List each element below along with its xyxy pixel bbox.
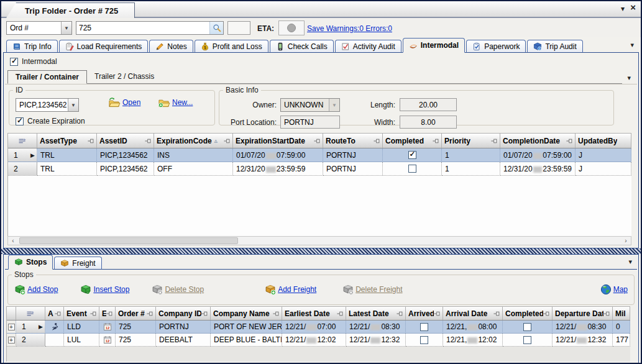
pin-icon[interactable] — [434, 311, 440, 317]
port-location-field[interactable]: PORTNJ — [280, 116, 340, 129]
table-row[interactable]: +2LUL12725DEEBALTDEEP BLUE - BALTI...12/… — [7, 334, 630, 347]
table-row[interactable]: 2TRLPICP,1234562OFF12/31/20 23:59:59PORT… — [8, 162, 631, 176]
insert-stop-button[interactable]: Insert Stop — [80, 284, 129, 295]
tab-check-calls[interactable]: Check Calls — [270, 40, 334, 53]
horizontal-scrollbar[interactable]: ‹ › — [7, 236, 631, 245]
search-button[interactable] — [209, 22, 223, 34]
add-stop-link[interactable]: Add Stop — [27, 285, 58, 294]
new-link[interactable]: New... — [172, 98, 193, 107]
column-header-a[interactable]: A — [45, 307, 64, 321]
pin-icon[interactable] — [314, 138, 320, 144]
arrived-checkbox[interactable] — [420, 336, 428, 344]
pin-icon[interactable] — [106, 311, 112, 317]
pin-icon[interactable] — [88, 138, 94, 144]
add-stop-button[interactable]: Add Stop — [14, 284, 58, 295]
tab-trailer-2-chassis[interactable]: Trailer 2 / Chassis — [87, 70, 162, 84]
add-freight-button[interactable]: Add Freight — [265, 284, 316, 295]
column-header-arrived[interactable]: Arrived — [406, 307, 443, 321]
column-header-order[interactable]: Order # — [116, 307, 156, 321]
pin-icon[interactable] — [147, 311, 153, 317]
expand-row-icon[interactable]: + — [8, 324, 15, 330]
tab-stops[interactable]: Stops — [8, 255, 53, 270]
chevron-down-icon[interactable]: ▼ — [61, 22, 71, 34]
map-button[interactable]: Map — [600, 284, 628, 295]
pin-icon[interactable] — [145, 138, 151, 144]
column-header-latest-date[interactable]: Latest Date — [346, 307, 406, 321]
window-menu-icon[interactable]: ▾ — [621, 4, 625, 13]
pin-icon[interactable] — [201, 311, 208, 317]
column-header-completiondate[interactable]: CompletionDate — [500, 134, 576, 148]
pane-splitter[interactable] — [1, 248, 641, 254]
scroll-left-icon[interactable]: ‹ — [8, 237, 18, 245]
row-selector[interactable]: 2 — [16, 334, 45, 347]
row-selector[interactable]: 1▶ — [8, 148, 37, 162]
column-header-mil[interactable]: Mil — [613, 307, 630, 321]
row-selector[interactable]: 1▶ — [16, 321, 45, 334]
column-header-priority[interactable]: Priority — [442, 134, 500, 148]
completed-checkbox[interactable] — [408, 165, 416, 173]
tab-trip-audit[interactable]: iTrip Audit — [527, 40, 582, 53]
order-type-select[interactable]: Ord # ▼ — [6, 21, 72, 35]
pin-icon[interactable] — [337, 311, 343, 317]
column-header-assetid[interactable]: AssetID — [97, 134, 154, 148]
column-header-completed[interactable]: Completed — [503, 307, 553, 321]
table-row[interactable]: 1▶TRLPICP,1234562INS01/07/20 07:59:00POR… — [8, 148, 631, 162]
tab-overflow-icon[interactable]: ▾ — [628, 258, 632, 266]
pin-icon[interactable] — [224, 138, 230, 144]
pin-icon[interactable] — [55, 311, 61, 317]
intermodal-checkbox-row[interactable]: Intermodal — [10, 57, 57, 66]
tab-overflow-icon[interactable]: ▾ — [630, 41, 634, 49]
completed-checkbox[interactable] — [523, 336, 531, 344]
row-selector[interactable]: 2 — [8, 162, 37, 176]
open-link[interactable]: Open — [122, 98, 140, 107]
column-header-earliest-date[interactable]: Earliest Date — [282, 307, 346, 321]
column-header-arrival-date[interactable]: Arrival Date — [443, 307, 503, 321]
column-header-assettype[interactable]: AssetType — [37, 134, 97, 148]
container-id-select[interactable]: PICP,1234562 ▼ — [16, 98, 79, 112]
pin-icon[interactable] — [491, 138, 497, 144]
grid-corner-header[interactable] — [16, 307, 45, 321]
chevron-down-icon[interactable]: ▼ — [68, 99, 78, 111]
owner-select[interactable]: UNKNOWN ▼ — [280, 98, 340, 112]
pin-icon[interactable] — [433, 138, 439, 144]
pin-icon[interactable] — [603, 311, 610, 317]
pin-icon[interactable] — [273, 311, 279, 317]
pin-icon[interactable] — [374, 138, 380, 144]
intermodal-checkbox[interactable] — [10, 58, 18, 66]
create-expiration-row[interactable]: Create Expiration — [16, 117, 85, 125]
column-header-e[interactable]: E — [99, 307, 116, 321]
completed-checkbox[interactable] — [523, 323, 531, 331]
column-header-routeto[interactable]: RouteTo — [323, 134, 383, 148]
save-warnings-link[interactable]: Save Warnings:0 Errors:0 — [307, 24, 392, 33]
arrived-checkbox[interactable] — [420, 323, 428, 331]
tab-intermodal[interactable]: Intermodal — [403, 38, 465, 53]
column-header-departure-date[interactable]: Departure Date — [553, 307, 613, 321]
tab-trip-info[interactable]: Trip Info — [6, 40, 58, 53]
window-title-tab[interactable]: Trip Folder - Order # 725 — [6, 2, 135, 18]
column-header-company-id[interactable]: Company ID — [156, 307, 211, 321]
close-icon[interactable]: × — [630, 3, 636, 12]
pin-icon[interactable] — [566, 138, 572, 144]
column-header-completed[interactable]: Completed — [383, 134, 442, 148]
tab-activity-audit[interactable]: Activity Audit — [335, 40, 401, 53]
table-row[interactable]: +1▶LLD12725PORTNJPORT OF NEW JERSY12/21/… — [7, 321, 630, 334]
column-header-expirationcode[interactable]: ExpirationCode▵ — [154, 134, 233, 148]
tab-paperwork[interactable]: Paperwork — [466, 40, 526, 53]
subtab-overflow-icon[interactable]: ▾ — [627, 74, 631, 82]
column-header-expirationstartdate[interactable]: ExpirationStartDate — [233, 134, 323, 148]
grid-corner-header[interactable] — [8, 134, 37, 148]
scroll-right-icon[interactable]: › — [621, 237, 631, 245]
width-field[interactable]: 8.00 — [400, 116, 457, 129]
pin-icon[interactable] — [543, 311, 549, 317]
tab-profit-and-loss[interactable]: $Profit and Loss — [195, 40, 268, 53]
insert-stop-link[interactable]: Insert Stop — [93, 285, 129, 294]
tab-load-requirements[interactable]: Load Requirements — [59, 40, 149, 53]
map-link[interactable]: Map — [613, 285, 628, 294]
pin-icon[interactable] — [397, 311, 403, 317]
pin-icon[interactable] — [90, 311, 96, 317]
length-field[interactable]: 20.00 — [400, 98, 457, 111]
tab-trailer-container[interactable]: Trailer / Container — [7, 70, 87, 84]
column-header-updatedby[interactable]: UpdatedBy — [576, 134, 631, 148]
column-header-company-name[interactable]: Company Name — [211, 307, 282, 321]
column-header-event[interactable]: Event — [64, 307, 99, 321]
